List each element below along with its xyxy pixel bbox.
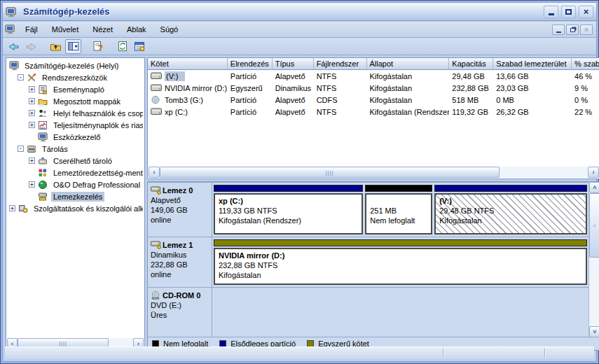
scroll-down-icon[interactable]: ˅ — [589, 326, 599, 337]
expand-icon[interactable]: + — [29, 98, 35, 104]
disk-1-label[interactable]: Lemez 1 Dinamikus 232,88 GB online — [148, 237, 212, 287]
partition-xp-c[interactable]: xp (C:) 119,33 GB NTFS Kifogástalan (Ren… — [214, 185, 363, 234]
menu-file[interactable]: Fájl — [18, 23, 45, 36]
removable-storage-icon — [38, 156, 48, 166]
device-manager-icon — [38, 132, 48, 142]
storage-icon — [27, 144, 37, 154]
forward-button-disabled — [23, 39, 39, 54]
volume-list-pane: Kötet Elrendezés Típus Fájlrendszer Álla… — [147, 57, 599, 179]
disk-0-label[interactable]: Lemez 0 Alapvető 149,06 GB online — [148, 183, 212, 237]
tree-item-system-tools[interactable]: - Rendszereszközök — [8, 71, 143, 83]
column-header-type[interactable]: Típus — [273, 58, 314, 70]
help-icon: ? — [92, 41, 104, 52]
computer-icon — [9, 61, 20, 71]
disk-graphical-pane: Lemez 0 Alapvető 149,06 GB online xp (C:… — [147, 181, 599, 351]
collapse-icon[interactable]: - — [18, 146, 24, 152]
back-button[interactable] — [6, 39, 22, 54]
expand-icon[interactable]: + — [29, 158, 35, 164]
help-button[interactable]: ? — [90, 39, 106, 54]
menu-window[interactable]: Ablak — [120, 23, 153, 36]
mdi-close-button-disabled: × — [580, 24, 593, 35]
tree-item-storage[interactable]: - Tárolás — [8, 143, 143, 155]
disk-row-0: Lemez 0 Alapvető 149,06 GB online xp (C:… — [148, 182, 588, 237]
volume-row-nvidia-mirror[interactable]: NVIDIA mirror (D:) Egyszerű Dinamikus NT… — [148, 82, 599, 94]
up-one-level-button[interactable] — [48, 39, 64, 54]
titlebar[interactable]: Számítógép-kezelés × — [3, 3, 596, 21]
disk-0-partitions: xp (C:) 119,33 GB NTFS Kifogástalan (Ren… — [212, 183, 588, 237]
partition-nvidia-mirror-d[interactable]: NVIDIA mirror (D:) 232,88 GB NTFS Kifogá… — [214, 239, 587, 285]
disk-icon — [151, 240, 161, 250]
tree-item-disk-defragmenter[interactable]: Lemeztöredezettség-mentes — [8, 167, 143, 178]
forward-arrow-icon — [25, 41, 37, 52]
svg-text:?: ? — [98, 43, 103, 52]
menu-help[interactable]: Súgó — [153, 23, 186, 36]
drive-icon — [151, 71, 163, 80]
disk-management-icon — [38, 192, 48, 202]
expand-icon[interactable]: + — [29, 86, 35, 92]
tree-item-disk-management[interactable]: Lemezkezelés — [8, 190, 143, 202]
tree-item-removable-storage[interactable]: + Cserélhető tároló — [8, 155, 143, 167]
partition-color-band — [365, 185, 432, 192]
partition-v[interactable]: (V:) 29,48 GB NTFS Kifogástalan — [434, 185, 587, 234]
tree-item-performance-logs[interactable]: + Teljesítménynaplók és riasztá — [8, 119, 143, 131]
column-header-percent-free[interactable]: % szab — [572, 58, 599, 70]
partition-unallocated[interactable]: 251 MB Nem lefoglalt — [365, 185, 432, 234]
column-header-status[interactable]: Állapot — [367, 58, 450, 70]
volume-row-v[interactable]: (V:) Partíció Alapvető NTFS Kifogástalan… — [148, 70, 599, 82]
status-bar — [5, 346, 594, 359]
disk-settings-button[interactable] — [132, 39, 148, 54]
maximize-button[interactable] — [561, 6, 576, 18]
scroll-right-icon[interactable]: › — [588, 167, 599, 178]
tree-item-oo-defrag[interactable]: + O&O Defrag Professional Edi — [8, 178, 143, 190]
disk-pane-vertical-scrollbar[interactable]: ˄ ≡ ˅ — [588, 182, 599, 337]
collapse-icon[interactable]: - — [18, 74, 24, 80]
minimize-button[interactable] — [544, 6, 558, 18]
scroll-left-icon[interactable]: ‹ — [149, 167, 160, 178]
tree-item-device-manager[interactable]: Eszközkezelő — [8, 131, 143, 143]
column-header-volume[interactable]: Kötet — [148, 58, 228, 70]
tree-item-event-viewer[interactable]: + Eseménynapló — [8, 83, 143, 95]
cdrom-0-label[interactable]: CD-ROM 0 DVD (E:) Üres — [148, 288, 212, 337]
mdi-restore-button[interactable] — [566, 24, 579, 35]
disk-icon — [151, 186, 161, 195]
oo-defrag-icon — [38, 180, 48, 190]
cdrom-empty-area — [212, 288, 588, 337]
menu-view[interactable]: Nézet — [85, 23, 120, 36]
computer-icon — [6, 7, 16, 17]
tree-item-services-applications[interactable]: + Szolgáltatások és kiszolgálói alkal — [8, 202, 143, 214]
column-header-layout[interactable]: Elrendezés — [228, 58, 273, 70]
close-button[interactable]: × — [579, 6, 593, 18]
defragmenter-icon — [38, 168, 48, 178]
partition-color-band — [214, 239, 587, 246]
mdi-minimize-button[interactable] — [552, 24, 565, 35]
tree-item-shared-folders[interactable]: + Megosztott mappák — [8, 95, 143, 107]
event-log-icon — [38, 85, 48, 94]
window-title: Számítógép-kezelés — [23, 6, 544, 17]
column-header-capacity[interactable]: Kapacitás — [449, 58, 493, 70]
expand-icon[interactable]: + — [29, 110, 35, 116]
menu-action[interactable]: Művelet — [45, 23, 86, 36]
expand-icon[interactable]: + — [29, 122, 35, 128]
refresh-button[interactable] — [114, 39, 130, 54]
console-tree: Számítógép-kezelés (Helyi) - Rendszeresz… — [8, 59, 143, 337]
show-hide-console-tree-button[interactable] — [65, 39, 81, 54]
users-icon — [38, 108, 48, 118]
performance-chart-icon — [38, 120, 48, 130]
console-tree-pane: Számítógép-kezelés (Helyi) - Rendszeresz… — [6, 57, 145, 350]
services-icon — [18, 204, 29, 214]
system-tools-icon — [27, 73, 37, 83]
disk-settings-icon — [134, 41, 146, 52]
tree-item-computer-management-root[interactable]: Számítógép-kezelés (Helyi) — [8, 59, 143, 71]
expand-icon[interactable]: + — [9, 205, 15, 211]
toolbar: ? — [3, 38, 596, 55]
scroll-up-icon[interactable]: ˄ — [589, 182, 599, 193]
tree-item-local-users-groups[interactable]: + Helyi felhasználók és csoport — [8, 107, 143, 119]
expand-icon[interactable]: + — [29, 181, 35, 188]
column-header-free-space[interactable]: Szabad lemezterület — [493, 58, 572, 70]
volume-row-xp[interactable]: xp (C:) Partíció Alapvető NTFS Kifogásta… — [148, 106, 599, 118]
refresh-icon — [117, 41, 128, 52]
column-header-filesystem[interactable]: Fájlrendszer — [314, 58, 367, 70]
volume-list-horizontal-scrollbar[interactable]: ‹ |||| › — [149, 167, 599, 178]
volume-row-tomb3[interactable]: Tomb3 (G:) Partíció Alapvető CDFS Kifogá… — [148, 94, 599, 106]
console-window-icon[interactable] — [5, 24, 15, 34]
